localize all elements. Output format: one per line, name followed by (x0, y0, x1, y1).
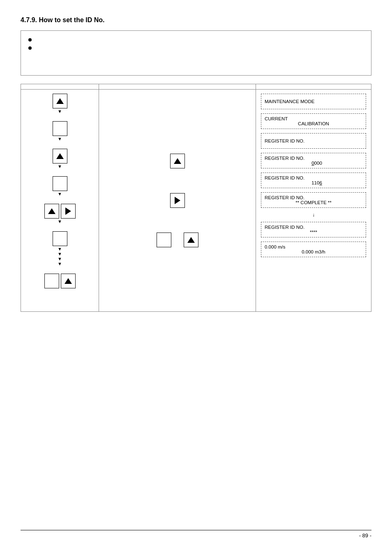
btn-square-3[interactable] (53, 231, 67, 246)
btn-up-4[interactable] (61, 274, 76, 288)
triangle-up-icon-3 (48, 208, 55, 214)
arrow-down-4: ▼ (58, 192, 62, 196)
btn-up-2[interactable] (53, 149, 67, 164)
btn-right-1[interactable] (61, 204, 76, 219)
bullet-item-2 (28, 45, 364, 50)
bullet-dot-1 (28, 38, 32, 41)
screen4-cursor: 0 (311, 161, 314, 166)
mid-btn-up-group (170, 154, 185, 168)
screen7-line2: **** (265, 230, 362, 235)
triangle-right-icon-1 (65, 207, 71, 215)
screen2-line1: CURRENT (265, 116, 362, 121)
screen2-line2: CALIBRATION (265, 121, 362, 126)
bottom-line (21, 530, 371, 530)
screen4-line2: 0000 (265, 161, 362, 166)
mid-btn-square[interactable] (157, 233, 171, 247)
triangle-up-icon-2 (56, 153, 64, 159)
header-col3 (256, 84, 371, 89)
header-col2 (99, 84, 256, 89)
display-screen-7: REGISTER ID NO. **** (261, 222, 366, 237)
section-title: 4.7.9. How to set the ID No. (21, 16, 371, 24)
display-screen-6: REGISTER ID NO. ** COMPLETE ** (261, 192, 366, 208)
col-left: ▼ ▼ ▼ ▼ (21, 90, 99, 311)
info-box (21, 30, 371, 76)
arrow-down-5: ▼ (58, 219, 62, 224)
display-screen-2: CURRENT CALIBRATION (261, 113, 366, 129)
screen5-cursor: 6 (319, 180, 322, 185)
screen6-line1: REGISTER ID NO. (265, 195, 362, 200)
btn-up-3[interactable] (44, 204, 59, 219)
down-arrow-indicator: ↓ (312, 212, 315, 218)
col-mid (99, 90, 256, 311)
mid-btn-right-group (170, 193, 185, 208)
mid-btn-up-2[interactable] (184, 233, 198, 247)
screen7-line1: REGISTER ID NO. (265, 225, 362, 230)
mid-triangle-right-icon (175, 197, 180, 204)
arrow-down-6d: ▼ (58, 262, 62, 266)
display-screen-1: MAINTENANCE MODE (261, 94, 366, 109)
btn-bottom-combo-group (44, 274, 76, 288)
triangle-up-icon-4 (65, 278, 72, 284)
screen4-line1: REGISTER ID NO. (265, 156, 362, 161)
mid-triangle-up-icon (174, 158, 181, 164)
btn-up-1[interactable] (53, 94, 67, 108)
btn-combo-row (44, 204, 76, 219)
display-screen-3: REGISTER ID NO. (261, 133, 366, 149)
display-screen-5: REGISTER ID NO. 1106 (261, 173, 366, 188)
btn-square-2-group: ▼ (53, 176, 67, 196)
btn-square-2[interactable] (53, 176, 67, 191)
bullet-item-1 (28, 37, 364, 41)
btn-square-1[interactable] (53, 121, 67, 136)
screen5-line1: REGISTER ID NO. (265, 175, 362, 180)
mid-triangle-up-icon-2 (187, 237, 195, 243)
btn-bottom-row (44, 274, 76, 288)
display-screen-8: 0.000 m/s 0.000 m3/h (261, 242, 366, 257)
mid-btn-right[interactable] (170, 193, 185, 208)
bullet-dot-2 (28, 46, 32, 50)
table-header-row (21, 84, 371, 90)
screen5-line2: 1106 (265, 180, 362, 185)
screen6-line2: ** COMPLETE ** (265, 200, 362, 205)
btn-square-3-group: ▼ ▼ ▼ ▼ (53, 231, 67, 266)
multi-arrows-group: ▼ ▼ ▼ ▼ (58, 247, 62, 266)
display-screen-4: REGISTER ID NO. 0000 (261, 153, 366, 168)
table-body: ▼ ▼ ▼ ▼ (21, 90, 371, 311)
page-number: - 89 - (359, 532, 371, 539)
btn-combo-group: ▼ (44, 204, 76, 224)
arrow-down-6a: ▼ (58, 247, 62, 251)
arrow-down-2: ▼ (58, 137, 62, 141)
triangle-up-icon-1 (56, 98, 64, 104)
header-col1 (21, 84, 99, 89)
col-right: MAINTENANCE MODE CURRENT CALIBRATION REG… (256, 90, 371, 311)
arrow-down-6c: ▼ (58, 257, 62, 261)
btn-up-2-group: ▼ (53, 149, 67, 169)
screen8-line1: 0.000 m/s (265, 244, 362, 249)
btn-up-1-group: ▼ (53, 94, 67, 114)
diagram-table: ▼ ▼ ▼ ▼ (21, 84, 371, 312)
mid-btn-up[interactable] (170, 154, 185, 168)
arrow-down-3: ▼ (58, 164, 62, 169)
arrow-down-6b: ▼ (58, 252, 62, 256)
screen3-line1: REGISTER ID NO. (265, 138, 362, 143)
btn-square-1-group: ▼ (53, 121, 67, 141)
btn-square-4[interactable] (44, 274, 59, 288)
screen1-line1: MAINTENANCE MODE (265, 99, 362, 104)
mid-bottom-row (157, 233, 198, 247)
screen8-line2: 0.000 m3/h (265, 249, 362, 254)
arrow-down-1: ▼ (58, 109, 62, 114)
